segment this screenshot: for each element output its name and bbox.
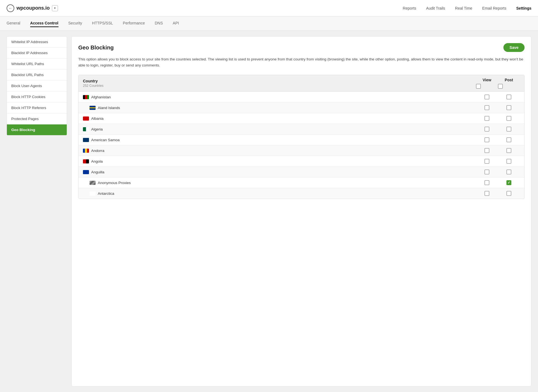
back-icon: ← <box>9 6 12 10</box>
table-row: Angola <box>79 156 524 167</box>
view-checkbox-cell <box>476 180 498 185</box>
site-dropdown-button[interactable]: ▾ <box>52 5 58 11</box>
post-checkbox-cell <box>498 94 520 99</box>
country-name: Aland Islands <box>83 106 476 110</box>
country-table: Country 252 Countries View Post <box>78 75 525 199</box>
section-header: Geo Blocking Save <box>78 43 525 52</box>
table-row: Afghanistan <box>79 92 524 102</box>
post-checkbox[interactable] <box>506 116 511 121</box>
tab-general[interactable]: General <box>7 20 20 27</box>
flag-icon <box>90 106 96 110</box>
site-brand: ← wpcoupons.io ▾ <box>7 4 58 12</box>
tab-performance[interactable]: Performance <box>123 20 145 27</box>
post-checkbox[interactable] <box>506 191 511 196</box>
flag-icon <box>83 138 89 142</box>
sidebar-item-block-http-referers[interactable]: Block HTTP Referers <box>7 102 67 113</box>
country-name: American Samoa <box>83 138 476 142</box>
col-country-header: Country 252 Countries <box>83 79 476 88</box>
sidebar-item-whitelist-ip[interactable]: Whitelist IP Addresses <box>7 37 67 48</box>
flag-icon <box>90 191 96 196</box>
tab-security[interactable]: Security <box>68 20 82 27</box>
nav-reports[interactable]: Reports <box>403 6 416 10</box>
flag-icon <box>90 181 96 185</box>
post-checkbox[interactable] <box>506 105 511 110</box>
dropdown-icon: ▾ <box>54 6 56 10</box>
view-checkbox-cell <box>476 159 498 164</box>
top-navigation: Reports Audit Trails Real Time Email Rep… <box>403 6 531 10</box>
view-checkbox[interactable] <box>484 180 489 185</box>
sidebar-item-whitelist-url[interactable]: Whitelist URL Paths <box>7 59 67 69</box>
view-all-checkbox[interactable] <box>476 84 481 89</box>
table-row: Anguilla <box>79 167 524 177</box>
flag-icon <box>83 149 89 153</box>
nav-email-reports[interactable]: Email Reports <box>482 6 506 10</box>
view-checkbox[interactable] <box>484 127 489 132</box>
table-row: Aland Islands <box>79 102 524 113</box>
post-checkbox-cell <box>498 180 520 185</box>
sidebar-item-blacklist-ip[interactable]: Blacklist IP Addresses <box>7 48 67 59</box>
view-checkbox[interactable] <box>484 169 489 174</box>
country-name: Albania <box>83 116 476 121</box>
sidebar-item-protected-pages[interactable]: Protected Pages <box>7 113 67 124</box>
view-checkbox-cell <box>476 148 498 153</box>
post-checkbox-cell <box>498 191 520 196</box>
view-checkbox[interactable] <box>484 191 489 196</box>
sidebar-item-block-user-agents[interactable]: Block User-Agents <box>7 80 67 91</box>
site-name: wpcoupons.io <box>16 5 50 11</box>
table-row: Albania <box>79 113 524 124</box>
country-name: Algeria <box>83 127 476 131</box>
tab-bar: General Access Control Security HTTPS/SS… <box>0 16 538 31</box>
view-checkbox[interactable] <box>484 148 489 153</box>
post-checkbox[interactable] <box>506 180 511 185</box>
post-checkbox-cell <box>498 116 520 121</box>
save-button[interactable]: Save <box>503 43 525 52</box>
col-view-header: View <box>476 78 498 89</box>
view-checkbox[interactable] <box>484 105 489 110</box>
flag-icon <box>83 116 89 121</box>
top-bar: ← wpcoupons.io ▾ Reports Audit Trails Re… <box>0 0 538 16</box>
country-name: Anguilla <box>83 170 476 174</box>
view-checkbox[interactable] <box>484 94 489 99</box>
post-checkbox[interactable] <box>506 148 511 153</box>
view-checkbox[interactable] <box>484 137 489 142</box>
post-checkbox[interactable] <box>506 127 511 132</box>
post-checkbox-cell <box>498 159 520 164</box>
sidebar-item-block-http-cookies[interactable]: Block HTTP Cookies <box>7 91 67 102</box>
view-checkbox[interactable] <box>484 116 489 121</box>
flag-icon <box>83 127 89 131</box>
table-row: Algeria <box>79 124 524 135</box>
post-checkbox[interactable] <box>506 137 511 142</box>
country-name: Antarctica <box>83 191 476 196</box>
nav-audit-trails[interactable]: Audit Trails <box>426 6 445 10</box>
tab-api[interactable]: API <box>173 20 179 27</box>
sidebar-item-blacklist-url[interactable]: Blacklist URL Paths <box>7 69 67 80</box>
table-row: American Samoa <box>79 135 524 145</box>
post-checkbox[interactable] <box>506 159 511 164</box>
tab-https-ssl[interactable]: HTTPS/SSL <box>92 20 113 27</box>
flag-icon <box>83 170 89 174</box>
post-checkbox-cell <box>498 105 520 110</box>
post-checkbox[interactable] <box>506 94 511 99</box>
country-name: Afghanistan <box>83 95 476 99</box>
country-name: Angola <box>83 159 476 163</box>
tab-dns[interactable]: DNS <box>155 20 163 27</box>
post-checkbox-cell <box>498 127 520 132</box>
country-name: Andorra <box>83 149 476 153</box>
tab-access-control[interactable]: Access Control <box>30 20 58 27</box>
view-checkbox-cell <box>476 169 498 174</box>
table-header: Country 252 Countries View Post <box>79 75 524 92</box>
table-row: Andorra <box>79 145 524 156</box>
post-checkbox-cell <box>498 169 520 174</box>
col-post-header: Post <box>498 78 520 89</box>
back-button[interactable]: ← <box>7 4 14 12</box>
section-description: This option allows you to block access t… <box>78 56 525 68</box>
nav-real-time[interactable]: Real Time <box>455 6 472 10</box>
sidebar-item-geo-blocking[interactable]: Geo Blocking <box>7 124 67 135</box>
view-checkbox[interactable] <box>484 159 489 164</box>
flag-icon <box>83 159 89 163</box>
view-checkbox-cell <box>476 116 498 121</box>
post-all-checkbox[interactable] <box>498 84 503 89</box>
main-layout: Whitelist IP Addresses Blacklist IP Addr… <box>0 31 538 392</box>
post-checkbox[interactable] <box>506 169 511 174</box>
nav-settings[interactable]: Settings <box>516 6 531 10</box>
